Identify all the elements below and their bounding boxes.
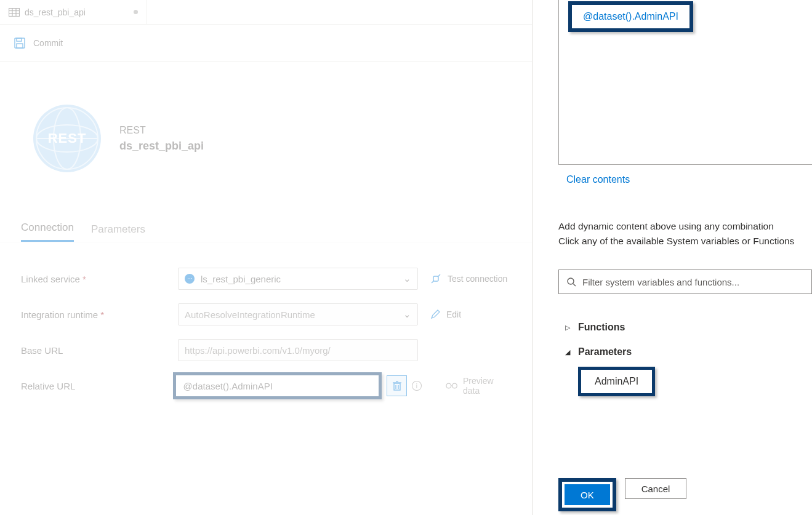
plug-icon [430, 273, 441, 284]
trash-icon [392, 380, 402, 391]
svg-rect-6 [17, 38, 22, 41]
relative-url-input[interactable]: @dataset().AdminAPI [173, 372, 382, 399]
ok-button[interactable]: OK [565, 484, 610, 505]
tab-parameters[interactable]: Parameters [91, 223, 145, 242]
dataset-sub-tabs: Connection Parameters [0, 215, 532, 242]
svg-point-18 [446, 383, 451, 388]
relative-url-value: @dataset().AdminAPI [183, 381, 273, 391]
rest-badge-label: REST [48, 130, 87, 146]
dynamic-content-help: Add dynamic content above using any comb… [558, 219, 812, 249]
parameters-label: Parameters [578, 346, 632, 357]
base-url-value: https://api.powerbi.com/v1.0/myorg/ [185, 345, 331, 356]
dataset-header: REST REST ds_rest_pbi_api [0, 62, 532, 215]
chevron-down-icon: ⌄ [403, 273, 411, 284]
cancel-button[interactable]: Cancel [625, 478, 687, 499]
integration-runtime-value: AutoResolveIntegrationRuntime [185, 309, 315, 320]
relative-url-label: Relative URL [21, 381, 173, 391]
expression-value-highlight: @dataset().AdminAPI [568, 1, 693, 32]
pencil-icon [430, 309, 440, 319]
filter-placeholder: Filter system variables and functions... [582, 277, 739, 287]
base-url-label: Base URL [21, 345, 178, 356]
parameters-group[interactable]: ◢ Parameters [563, 340, 655, 364]
edit-runtime-button[interactable]: Edit [430, 309, 461, 319]
glasses-icon [445, 381, 458, 390]
filter-variables-input[interactable]: Filter system variables and functions... [558, 269, 812, 294]
functions-label: Functions [578, 322, 625, 333]
expression-value: @dataset().AdminAPI [583, 11, 678, 22]
commit-button[interactable]: Commit [0, 25, 532, 62]
svg-point-20 [568, 278, 574, 284]
preview-data-button[interactable]: Preview data [445, 376, 511, 396]
chevron-down-icon: ⌄ [403, 309, 411, 320]
dataset-name-label: ds_rest_pbi_api [119, 140, 204, 153]
editor-tab-bar: ds_rest_pbi_api [0, 0, 532, 25]
editor-tab-title: ds_rest_pbi_api [25, 7, 86, 17]
svg-rect-0 [9, 8, 20, 16]
base-url-input: https://api.powerbi.com/v1.0/myorg/ [178, 339, 418, 361]
linked-service-label: Linked service * [21, 274, 178, 284]
dynamic-content-panel: @dataset().AdminAPI Clear contents Add d… [533, 0, 812, 515]
svg-point-19 [452, 383, 457, 388]
rest-service-icon: REST [33, 105, 101, 172]
svg-rect-12 [433, 276, 438, 281]
service-badge-icon: ⋯ [185, 274, 195, 284]
parameter-item-adminapi[interactable]: AdminAPI [578, 367, 655, 396]
clear-contents-link[interactable]: Clear contents [566, 174, 630, 185]
ok-button-highlight: OK [558, 478, 616, 511]
linked-service-value: ls_rest_pbi_generic [201, 274, 281, 284]
dataset-grid-icon [9, 8, 20, 17]
linked-service-select[interactable]: ⋯ ls_rest_pbi_generic ⌄ [178, 268, 418, 290]
commit-label: Commit [33, 38, 63, 48]
dataset-type-label: REST [119, 125, 204, 136]
editor-tab-dataset[interactable]: ds_rest_pbi_api [0, 0, 147, 24]
integration-runtime-label: Integration runtime * [21, 309, 178, 320]
test-connection-button[interactable]: Test connection [430, 273, 507, 284]
search-icon [566, 277, 576, 287]
integration-runtime-select[interactable]: AutoResolveIntegrationRuntime ⌄ [178, 303, 418, 325]
save-icon [14, 37, 26, 49]
info-icon[interactable]: i [412, 381, 422, 391]
svg-line-21 [573, 284, 576, 286]
svg-rect-7 [17, 44, 23, 48]
expression-editor[interactable]: @dataset().AdminAPI [558, 0, 812, 165]
clear-relative-url-button[interactable] [387, 375, 407, 396]
triangle-down-icon: ◢ [563, 348, 572, 356]
unsaved-indicator-icon [134, 10, 138, 14]
svg-rect-13 [394, 383, 400, 390]
functions-group[interactable]: ▷ Functions [563, 315, 655, 340]
tab-connection[interactable]: Connection [21, 222, 74, 242]
triangle-right-icon: ▷ [563, 324, 572, 332]
